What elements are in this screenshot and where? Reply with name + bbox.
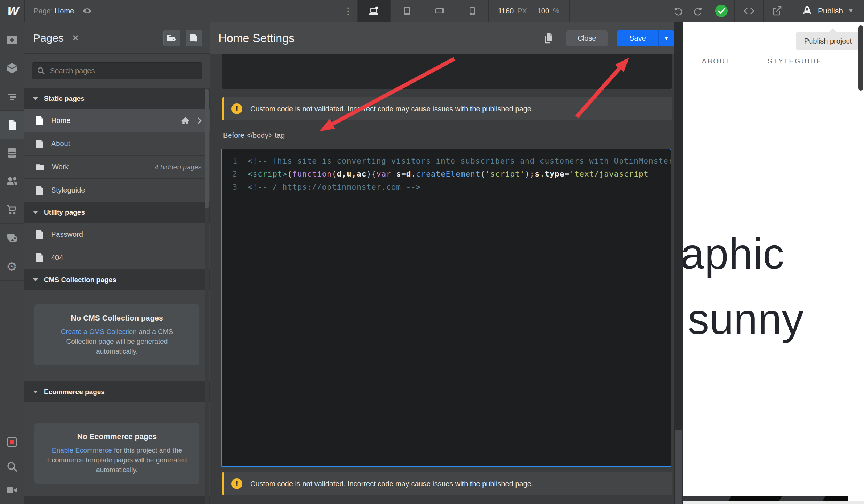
components-button[interactable] <box>0 54 24 82</box>
tablet-icon <box>401 5 413 17</box>
rocket-icon <box>801 5 813 17</box>
page-row-password[interactable]: Password <box>24 223 210 246</box>
code-line[interactable]: 1<!-- This site is converting visitors i… <box>222 154 671 168</box>
pages-search-row <box>24 54 210 88</box>
navigator-button[interactable] <box>0 83 24 111</box>
page-icon <box>35 116 44 126</box>
site-nav-about[interactable]: ABOUT <box>702 57 731 65</box>
hidden-pages-count: 4 hidden pages <box>155 163 202 171</box>
custom-code-warning-top: ! Custom code is not validated. Incorrec… <box>222 97 672 120</box>
assets-button[interactable] <box>0 224 24 252</box>
home-icon <box>181 116 190 125</box>
video-tutorials-button[interactable] <box>0 476 24 504</box>
current-page-indicator[interactable]: Page: Home <box>24 0 119 22</box>
before-body-code-editor[interactable]: 1<!-- This site is converting visitors i… <box>221 149 671 467</box>
page-row-home[interactable]: Home <box>24 109 210 132</box>
breakpoint-tablet-button[interactable] <box>390 0 423 22</box>
users-button[interactable] <box>0 168 24 195</box>
pages-button[interactable] <box>0 111 24 139</box>
pages-scrollbar-thumb[interactable] <box>205 89 209 208</box>
publish-chevron-icon[interactable]: ▼ <box>848 8 854 14</box>
enable-ecommerce-link[interactable]: Enable Ecommerce <box>52 446 112 454</box>
divider <box>119 0 119 22</box>
collapse-triangle-icon <box>33 97 38 100</box>
collapse-triangle-icon <box>33 391 38 393</box>
section-utility-pages[interactable]: Utility pages <box>24 202 210 223</box>
ecommerce-empty-title: No Ecommerce pages <box>45 432 189 441</box>
pages-search-box[interactable] <box>32 62 202 79</box>
canvas-width-unit: PX <box>517 7 527 15</box>
more-menu-icon[interactable]: ⋮ <box>340 0 356 22</box>
hero-line-2: sunny <box>688 286 804 352</box>
close-pages-panel-icon[interactable]: ✕ <box>72 33 79 43</box>
home-settings-panel: Home Settings Close Save ▼ ! Custom code… <box>210 22 683 504</box>
site-hero-text: aphic sunny <box>683 221 804 352</box>
code-line[interactable]: 2<script>(function(d,u,ac){var s=d.creat… <box>222 168 671 181</box>
page-row-styleguide[interactable]: Styleguide <box>24 179 210 202</box>
section-static-pages[interactable]: Static pages <box>24 88 210 109</box>
chevron-right-icon <box>197 117 202 124</box>
page-icon <box>35 139 44 149</box>
ecommerce-button[interactable] <box>0 196 24 224</box>
canvas-dimensions[interactable]: 1160 PX 100 % <box>488 0 559 22</box>
redo-button[interactable] <box>688 0 707 22</box>
save-options-chevron[interactable]: ▼ <box>658 30 674 46</box>
cms-button[interactable] <box>0 139 24 167</box>
record-button[interactable] <box>0 428 24 456</box>
undo-button[interactable] <box>669 0 688 22</box>
canvas-bottom-track <box>683 501 864 504</box>
page-icon <box>35 230 44 240</box>
breakpoint-desktop-button[interactable] <box>357 0 390 22</box>
publish-button[interactable]: Publish ▼ <box>791 0 864 22</box>
section-user-pages[interactable]: User pages <box>24 496 210 504</box>
share-icon <box>771 4 784 17</box>
warning-icon: ! <box>231 103 242 114</box>
head-code-editor-partial[interactable] <box>222 54 672 89</box>
phone-landscape-icon <box>434 5 445 17</box>
new-page-button[interactable] <box>186 30 202 46</box>
code-brackets-icon <box>742 5 756 17</box>
folder-plus-icon <box>166 33 177 43</box>
page-row-404[interactable]: 404 <box>24 246 210 269</box>
left-toolbar: ⚙ <box>0 22 24 504</box>
page-row-about[interactable]: About <box>24 132 210 156</box>
create-cms-collection-link[interactable]: Create a CMS Collection <box>61 328 137 335</box>
hero-line-1: aphic <box>683 221 804 286</box>
code-text: <script>(function(d,u,ac){var s=d.create… <box>248 168 649 181</box>
webflow-logo[interactable]: W <box>0 0 25 22</box>
settings-button[interactable]: ⚙ <box>0 252 24 281</box>
settings-header: Home Settings Close Save ▼ <box>210 22 683 54</box>
duplicate-page-button[interactable] <box>541 30 557 46</box>
images-icon <box>5 232 18 244</box>
new-folder-button[interactable] <box>163 30 180 46</box>
share-button[interactable] <box>763 0 791 22</box>
save-button[interactable]: Save <box>617 30 658 46</box>
export-code-button[interactable] <box>734 0 764 22</box>
close-button[interactable]: Close <box>566 30 608 46</box>
page-row-work[interactable]: Work 4 hidden pages <box>24 156 210 179</box>
duplicate-icon <box>543 33 554 44</box>
pages-search-input[interactable] <box>49 66 197 75</box>
section-cms-collection-pages[interactable]: CMS Collection pages <box>24 269 210 290</box>
code-line[interactable]: 3<!-- / https://optinmonster.com --> <box>222 181 671 194</box>
settings-scrollbar-thumb[interactable] <box>675 430 682 504</box>
pages-scrollbar[interactable] <box>205 88 209 504</box>
save-split-button: Save ▼ <box>617 30 674 46</box>
breakpoint-phone-landscape-button[interactable] <box>423 0 456 22</box>
database-icon <box>6 147 18 159</box>
redo-icon <box>692 5 703 17</box>
site-nav-styleguide[interactable]: STYLEGUIDE <box>768 57 822 65</box>
breakpoint-phone-portrait-button[interactable] <box>456 0 488 22</box>
pages-panel: Pages ✕ Static pages Home <box>24 22 210 504</box>
check-circle-icon <box>715 4 728 18</box>
publish-tooltip: Publish project <box>796 32 860 50</box>
settings-scrollbar[interactable] <box>674 22 683 504</box>
help-button[interactable] <box>0 500 24 504</box>
phone-portrait-icon <box>466 5 478 17</box>
add-elements-button[interactable] <box>0 26 24 54</box>
canvas-scrollbar-thumb[interactable] <box>858 25 863 91</box>
preview-eye-icon[interactable] <box>81 5 93 17</box>
section-ecommerce-pages[interactable]: Ecommerce pages <box>24 381 210 402</box>
search-icon <box>37 67 45 75</box>
gutter-divider <box>244 54 244 89</box>
